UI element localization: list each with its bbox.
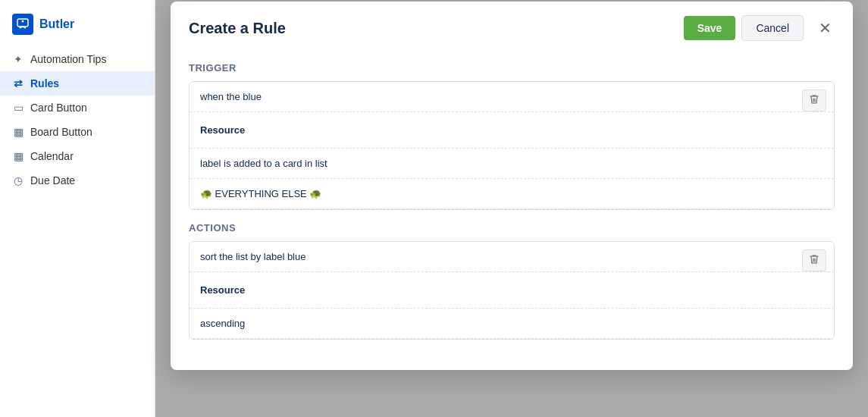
sidebar-item-label: Card Button [30,102,87,114]
calendar-icon: ▦ [12,150,24,162]
sidebar-item-label: Due Date [30,174,75,187]
action-resource-row: Resource [190,272,834,309]
rules-icon: ⇄ [12,77,24,89]
trigger-line4: 🐢 EVERYTHING ELSE 🐢 [190,179,834,209]
modal-overlay: Create a Rule Save Cancel ✕ Trigger when… [155,0,868,417]
app-header: Butler [0,9,155,47]
action-card: sort the list by label blue Resource asc… [189,241,835,340]
sidebar: Butler ✦ Automation Tips ⇄ Rules ▭ Card … [0,0,155,417]
modal-body: Trigger when the blue Resource label is … [171,50,853,370]
action-line3: ascending [190,309,834,339]
svg-point-1 [22,20,24,23]
sidebar-item-rules[interactable]: ⇄ Rules [0,71,155,96]
trigger-card: when the blue Resource label is added to… [189,81,835,210]
save-button[interactable]: Save [684,16,736,40]
butler-icon [12,14,33,35]
sidebar-item-label: Board Button [30,126,92,138]
sidebar-item-label: Calendar [30,150,74,162]
sidebar-item-due-date[interactable]: ◷ Due Date [0,168,155,193]
sidebar-item-label: Rules [30,77,59,89]
sidebar-item-card-button[interactable]: ▭ Card Button [0,96,155,120]
main-content: Create a Rule Save Cancel ✕ Trigger when… [155,0,868,417]
trigger-delete-button[interactable] [802,89,826,111]
trigger-line1: when the blue [190,82,834,112]
create-rule-modal: Create a Rule Save Cancel ✕ Trigger when… [171,2,853,370]
trigger-line3: label is added to a card in list [190,149,834,179]
modal-header: Create a Rule Save Cancel ✕ [171,2,853,50]
actions-section-label: Actions [189,222,835,234]
app-name: Butler [39,17,74,31]
trigger-resource-row: Resource [190,112,834,149]
sidebar-item-calendar[interactable]: ▦ Calendar [0,144,155,168]
action-delete-button[interactable] [802,249,826,271]
sidebar-item-label: Automation Tips [30,53,106,65]
sidebar-item-board-button[interactable]: ▦ Board Button [0,120,155,144]
cancel-button[interactable]: Cancel [741,15,804,41]
card-button-icon: ▭ [12,102,24,114]
sidebar-item-automation-tips[interactable]: ✦ Automation Tips [0,47,155,71]
due-date-icon: ◷ [12,174,24,187]
action-line1: sort the list by label blue [190,242,834,272]
trigger-section-label: Trigger [189,62,835,74]
modal-header-actions: Save Cancel ✕ [684,15,835,41]
modal-title: Create a Rule [189,20,286,37]
automation-tips-icon: ✦ [12,53,24,65]
board-button-icon: ▦ [12,126,24,138]
close-button[interactable]: ✕ [816,16,835,40]
